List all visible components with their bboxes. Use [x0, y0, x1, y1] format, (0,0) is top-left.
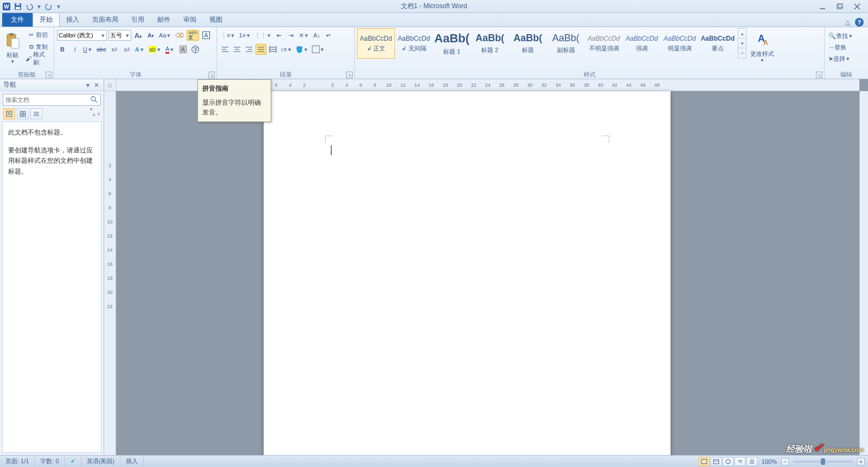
- font-color-button[interactable]: A▾: [164, 44, 176, 55]
- tab-file[interactable]: 文件: [2, 13, 33, 27]
- status-page[interactable]: 页面: 1/1: [0, 456, 35, 467]
- phonetic-guide-button[interactable]: wén文: [187, 30, 199, 41]
- subscript-button[interactable]: x2: [109, 44, 120, 55]
- line-spacing-button[interactable]: ↕≡▾: [279, 44, 293, 55]
- tab-mailings[interactable]: 邮件: [151, 13, 177, 27]
- enclose-char-button[interactable]: 字: [190, 44, 201, 55]
- styles-up-icon[interactable]: ▴: [738, 29, 746, 39]
- zoom-thumb[interactable]: [821, 458, 825, 465]
- tab-references[interactable]: 引用: [125, 13, 151, 27]
- find-button[interactable]: 🔍查找▾: [827, 30, 865, 41]
- nav-tab-pages[interactable]: [17, 108, 29, 119]
- view-outline[interactable]: [735, 457, 745, 466]
- styles-gallery[interactable]: AaBbCcDd↲ 正文AaBbCcDd↲ 无间隔AaBb(标题 1AaBb(标…: [357, 28, 737, 59]
- show-marks-button[interactable]: ↵: [323, 30, 334, 41]
- clear-format-button[interactable]: ⌫: [174, 30, 185, 41]
- bold-button[interactable]: B: [57, 44, 68, 55]
- nav-close-icon[interactable]: ✕: [93, 81, 100, 89]
- paragraph-launcher[interactable]: ↘: [346, 72, 353, 78]
- qat-customize-icon[interactable]: ▾: [56, 3, 61, 10]
- search-icon[interactable]: ▾: [90, 95, 99, 104]
- indent-dec-button[interactable]: ⇤: [274, 30, 285, 41]
- style-item-2[interactable]: AaBb(标题 1: [433, 28, 471, 59]
- paste-button[interactable]: 粘贴 ▼: [3, 29, 22, 67]
- tab-insert[interactable]: 插入: [60, 13, 86, 27]
- clipboard-launcher[interactable]: ↘: [46, 72, 52, 78]
- save-icon[interactable]: [14, 2, 22, 11]
- styles-more-icon[interactable]: ▿: [738, 48, 746, 58]
- cut-button[interactable]: ✂剪切: [23, 29, 51, 40]
- sort-button[interactable]: A↓: [311, 30, 322, 41]
- zoom-out-button[interactable]: −: [781, 458, 789, 465]
- text-effects-button[interactable]: A▾: [134, 44, 146, 55]
- superscript-button[interactable]: x2: [122, 44, 132, 55]
- align-distribute-button[interactable]: [267, 44, 278, 55]
- view-full-screen[interactable]: [711, 457, 722, 466]
- align-left-button[interactable]: [220, 44, 231, 55]
- tab-layout[interactable]: 页面布局: [86, 13, 125, 27]
- view-web[interactable]: [723, 457, 733, 466]
- vertical-scrollbar[interactable]: [859, 91, 868, 455]
- styles-down-icon[interactable]: ▾: [738, 39, 746, 48]
- status-language[interactable]: 英语(美国): [81, 456, 120, 467]
- status-mode[interactable]: 插入: [120, 456, 144, 467]
- nav-next-icon[interactable]: ▾: [97, 110, 100, 118]
- style-item-3[interactable]: AaBb(标题 2: [471, 28, 509, 59]
- style-item-5[interactable]: AaBb(副标题: [547, 28, 585, 59]
- change-styles-button[interactable]: AA 更改样式▼: [749, 28, 776, 66]
- zoom-in-button[interactable]: +: [857, 458, 865, 465]
- help-icon[interactable]: ?: [855, 18, 864, 27]
- undo-icon[interactable]: [25, 2, 34, 11]
- zoom-level[interactable]: 100%: [762, 458, 777, 465]
- nav-tab-headings[interactable]: [3, 108, 15, 119]
- numbering-button[interactable]: 1≡▾: [238, 30, 252, 41]
- char-shading-button[interactable]: A: [177, 44, 188, 55]
- nav-prev-icon[interactable]: ▴: [92, 110, 95, 118]
- minimize-button[interactable]: [817, 2, 828, 11]
- tab-review[interactable]: 审阅: [177, 13, 203, 27]
- italic-button[interactable]: I: [69, 44, 80, 55]
- style-item-4[interactable]: AaBb(标题: [509, 28, 547, 59]
- font-size-combo[interactable]: ▾: [108, 30, 131, 41]
- tab-view[interactable]: 视图: [203, 13, 229, 27]
- font-launcher[interactable]: ↘: [208, 72, 215, 78]
- nav-search-input[interactable]: [3, 94, 101, 106]
- document-page[interactable]: [264, 91, 671, 455]
- align-right-button[interactable]: [244, 44, 254, 55]
- select-button[interactable]: ➤选择▾: [827, 53, 865, 64]
- style-item-9[interactable]: AaBbCcDd要点: [699, 28, 737, 59]
- ruler-corner[interactable]: ◻: [104, 79, 116, 91]
- change-case-button[interactable]: Aa▾: [158, 30, 173, 41]
- strikethrough-button[interactable]: abc: [95, 44, 107, 55]
- maximize-button[interactable]: [834, 2, 845, 11]
- styles-launcher[interactable]: ↘: [816, 72, 822, 78]
- shading-button[interactable]: 🪣▾: [295, 44, 310, 55]
- align-center-button[interactable]: [232, 44, 242, 55]
- view-print-layout[interactable]: [699, 457, 710, 466]
- nav-dropdown-icon[interactable]: ▾: [84, 81, 92, 89]
- align-justify-button[interactable]: [256, 44, 266, 55]
- char-border-button[interactable]: A: [201, 30, 212, 41]
- vertical-ruler[interactable]: 246810121416182022: [104, 91, 116, 455]
- status-words[interactable]: 字数: 0: [35, 456, 65, 467]
- tab-home[interactable]: 开始: [33, 12, 60, 27]
- asian-layout-button[interactable]: ✕▾: [298, 30, 310, 41]
- style-item-6[interactable]: AaBbCcDd不明显强调: [585, 28, 623, 59]
- format-painter-button[interactable]: 🖌格式刷: [23, 53, 51, 64]
- shrink-font-button[interactable]: A▾: [145, 30, 156, 41]
- replace-button[interactable]: ↔替换: [827, 42, 865, 53]
- minimize-ribbon-icon[interactable]: △: [843, 18, 852, 27]
- undo-dropdown-icon[interactable]: ▾: [36, 3, 42, 10]
- grow-font-button[interactable]: A▴: [133, 30, 144, 41]
- indent-inc-button[interactable]: ⇥: [286, 30, 297, 41]
- close-button[interactable]: [852, 2, 863, 11]
- style-item-1[interactable]: AaBbCcDd↲ 无间隔: [395, 28, 433, 59]
- zoom-slider[interactable]: [793, 460, 853, 463]
- nav-tab-results[interactable]: [30, 108, 42, 119]
- bullets-button[interactable]: ⋮≡▾: [220, 30, 237, 41]
- style-item-8[interactable]: AaBbCcDd明显强调: [661, 28, 699, 59]
- multilevel-button[interactable]: ⋮⋮▾: [253, 30, 273, 41]
- borders-button[interactable]: ▾: [311, 44, 326, 55]
- style-item-7[interactable]: AaBbCcDd强调: [623, 28, 661, 59]
- font-name-combo[interactable]: ▾: [57, 30, 107, 41]
